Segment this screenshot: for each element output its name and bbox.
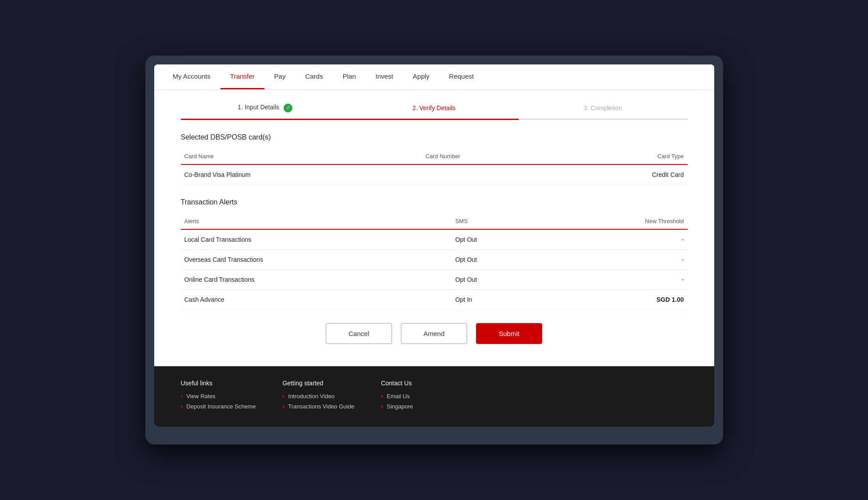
alert-sms-1: Opt Out <box>452 249 543 269</box>
footer-useful-links-heading: Useful links <box>181 380 256 387</box>
nav-bar: My Accounts Transfer Pay Cards Plan Inve… <box>154 64 714 90</box>
nav-plan[interactable]: Plan <box>333 64 366 89</box>
footer-getting-started: Getting started Introduction Video Trans… <box>282 380 354 413</box>
browser-content: My Accounts Transfer Pay Cards Plan Inve… <box>154 64 714 427</box>
amend-button[interactable]: Amend <box>401 323 468 344</box>
list-item[interactable]: Transactions Video Guide <box>282 403 354 410</box>
table-row: Cash Advance Opt In SGD 1.00 <box>181 289 688 309</box>
step-verify-label: 2. Verify Details <box>412 104 456 112</box>
line-step1 <box>181 119 350 120</box>
table-row: Online Card Transactions Opt Out - <box>181 269 688 289</box>
steps-container: 1. Input Details ✓ 2. Verify Details 3. … <box>181 103 688 120</box>
nav-cards[interactable]: Cards <box>296 64 333 89</box>
alert-name-3: Cash Advance <box>181 289 452 309</box>
alert-name-2: Online Card Transactions <box>181 269 452 289</box>
list-item[interactable]: View Rates <box>181 393 256 400</box>
footer-contact-us: Contact Us Email Us Singapore <box>381 380 413 413</box>
view-rates-link[interactable]: View Rates <box>186 393 216 400</box>
card-name-cell: Co-Brand Visa Platinum <box>181 164 422 185</box>
card-section-title: Selected DBS/POSB card(s) <box>181 133 688 141</box>
list-item[interactable]: Deposit Insurance Scheme <box>181 403 256 410</box>
button-row: Cancel Amend Submit <box>181 323 688 344</box>
intro-video-link[interactable]: Introduction Video <box>288 393 335 400</box>
nav-pay[interactable]: Pay <box>264 64 296 89</box>
alert-sms-0: Opt Out <box>452 229 543 250</box>
singapore-link[interactable]: Singapore <box>387 403 413 410</box>
nav-my-accounts[interactable]: My Accounts <box>163 64 220 89</box>
alert-threshold-1: - <box>543 249 687 269</box>
alert-name-1: Overseas Card Transactions <box>181 249 452 269</box>
step-completion: 3. Completion <box>519 104 688 118</box>
col-threshold: New Threshold <box>543 213 687 229</box>
step-input-details: 1. Input Details ✓ <box>181 103 350 119</box>
list-item[interactable]: Introduction Video <box>282 393 354 400</box>
col-sms: SMS <box>452 213 543 229</box>
main-content: 1. Input Details ✓ 2. Verify Details 3. … <box>154 90 714 366</box>
nav-transfer[interactable]: Transfer <box>220 64 264 89</box>
steps-row: 1. Input Details ✓ 2. Verify Details 3. … <box>181 103 688 119</box>
footer-contact-us-heading: Contact Us <box>381 380 413 387</box>
underline-row <box>181 119 688 120</box>
list-item[interactable]: Email Us <box>381 393 413 400</box>
footer-getting-started-heading: Getting started <box>282 380 354 387</box>
check-icon: ✓ <box>284 104 292 112</box>
line-step3 <box>519 119 688 120</box>
card-type-cell: Credit Card <box>560 164 688 185</box>
col-card-name: Card Name <box>181 148 422 164</box>
col-alerts: Alerts <box>181 213 452 229</box>
table-row: Overseas Card Transactions Opt Out - <box>181 249 688 269</box>
transactions-guide-link[interactable]: Transactions Video Guide <box>288 403 354 410</box>
table-row: Local Card Transactions Opt Out - <box>181 229 688 250</box>
alert-threshold-2: - <box>543 269 687 289</box>
cancel-button[interactable]: Cancel <box>326 323 392 344</box>
alert-sms-3: Opt In <box>452 289 543 309</box>
alert-threshold-3: SGD 1.00 <box>543 289 687 309</box>
submit-button[interactable]: Submit <box>476 323 542 344</box>
alerts-table: Alerts SMS New Threshold Local Card Tran… <box>181 213 688 310</box>
table-row: Co-Brand Visa Platinum Credit Card <box>181 164 688 185</box>
col-card-number: Card Number <box>422 148 559 164</box>
col-card-type: Card Type <box>560 148 688 164</box>
card-number-cell <box>422 164 559 185</box>
cards-table: Card Name Card Number Card Type Co-Brand… <box>181 148 688 185</box>
laptop-frame: My Accounts Transfer Pay Cards Plan Inve… <box>145 56 723 444</box>
line-step2 <box>350 119 519 120</box>
step-input-label: 1. Input Details ✓ <box>238 104 292 111</box>
alert-threshold-0: - <box>543 229 687 250</box>
email-us-link[interactable]: Email Us <box>387 393 410 400</box>
screen: My Accounts Transfer Pay Cards Plan Inve… <box>154 64 714 427</box>
nav-apply[interactable]: Apply <box>403 64 440 89</box>
step-completion-label: 3. Completion <box>584 104 622 112</box>
list-item[interactable]: Singapore <box>381 403 413 410</box>
nav-invest[interactable]: Invest <box>366 64 403 89</box>
nav-request[interactable]: Request <box>439 64 484 89</box>
alerts-section-title: Transaction Alerts <box>181 198 688 206</box>
deposit-insurance-link[interactable]: Deposit Insurance Scheme <box>186 403 256 410</box>
step-verify-details: 2. Verify Details <box>350 104 519 118</box>
footer: Useful links View Rates Deposit Insuranc… <box>154 366 714 427</box>
alert-name-0: Local Card Transactions <box>181 229 452 250</box>
alert-sms-2: Opt Out <box>452 269 543 289</box>
footer-useful-links: Useful links View Rates Deposit Insuranc… <box>181 380 256 413</box>
